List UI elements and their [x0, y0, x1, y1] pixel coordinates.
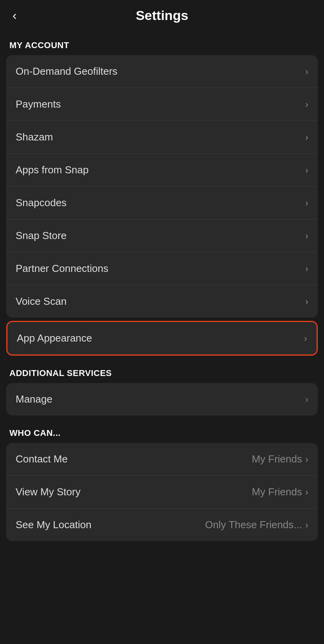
menu-item-right-snap-store: › — [305, 230, 308, 241]
menu-group-my-account: On-Demand Geofilters›Payments›Shazam›App… — [6, 55, 318, 318]
menu-item-right-view-my-story: My Friends› — [252, 486, 308, 498]
menu-item-right-manage: › — [305, 394, 308, 405]
menu-item-label-contact-me: Contact Me — [16, 453, 68, 465]
chevron-right-icon: › — [305, 263, 308, 274]
section-label-my-account: MY ACCOUNT — [0, 31, 324, 55]
menu-item-value-see-my-location: Only These Friends... — [205, 519, 302, 531]
menu-item-partner-connections[interactable]: Partner Connections› — [6, 252, 318, 285]
menu-group-additional-services: Manage› — [6, 383, 318, 416]
menu-item-label-voice-scan: Voice Scan — [16, 295, 67, 308]
menu-item-right-partner-connections: › — [305, 263, 308, 274]
menu-item-shazam[interactable]: Shazam› — [6, 121, 318, 154]
menu-item-payments[interactable]: Payments› — [6, 88, 318, 121]
menu-item-label-snapcodes: Snapcodes — [16, 197, 67, 209]
menu-group-who-can: Contact MeMy Friends›View My StoryMy Fri… — [6, 443, 318, 541]
menu-item-highlighted-app-appearance: App Appearance› — [6, 321, 318, 356]
menu-item-right-voice-scan: › — [305, 296, 308, 307]
menu-item-snap-store[interactable]: Snap Store› — [6, 219, 318, 252]
menu-item-right-apps-from-snap: › — [305, 165, 308, 176]
menu-item-right-snapcodes: › — [305, 198, 308, 209]
chevron-right-icon: › — [305, 132, 308, 143]
section-label-additional-services: ADDITIONAL SERVICES — [0, 359, 324, 383]
menu-item-label-partner-connections: Partner Connections — [16, 263, 108, 275]
menu-item-voice-scan[interactable]: Voice Scan› — [6, 285, 318, 318]
chevron-right-icon: › — [305, 394, 308, 405]
menu-item-value-view-my-story: My Friends — [252, 486, 302, 498]
header: ‹ Settings — [0, 0, 324, 31]
menu-item-label-see-my-location: See My Location — [16, 519, 92, 531]
menu-item-label-snap-store: Snap Store — [16, 230, 67, 242]
menu-item-right-shazam: › — [305, 132, 308, 143]
chevron-right-icon: › — [305, 520, 308, 531]
chevron-right-icon: › — [305, 487, 308, 498]
menu-item-right-see-my-location: Only These Friends...› — [205, 519, 308, 531]
chevron-right-icon: › — [305, 99, 308, 110]
menu-item-contact-me[interactable]: Contact MeMy Friends› — [6, 443, 318, 476]
menu-item-label-on-demand-geofilters: On-Demand Geofilters — [16, 65, 117, 77]
chevron-right-icon: › — [304, 333, 307, 344]
back-icon: ‹ — [13, 8, 17, 23]
section-label-who-can: WHO CAN... — [0, 419, 324, 443]
chevron-right-icon: › — [305, 454, 308, 465]
chevron-right-icon: › — [305, 66, 308, 77]
menu-item-right-contact-me: My Friends› — [252, 453, 308, 465]
sections-container: MY ACCOUNTOn-Demand Geofilters›Payments›… — [0, 31, 324, 541]
back-button[interactable]: ‹ — [9, 7, 20, 24]
menu-item-view-my-story[interactable]: View My StoryMy Friends› — [6, 476, 318, 509]
menu-item-see-my-location[interactable]: See My LocationOnly These Friends...› — [6, 509, 318, 541]
menu-item-value-contact-me: My Friends — [252, 453, 302, 465]
menu-item-app-appearance[interactable]: App Appearance› — [7, 322, 317, 354]
menu-item-on-demand-geofilters[interactable]: On-Demand Geofilters› — [6, 55, 318, 88]
menu-item-label-shazam: Shazam — [16, 131, 53, 143]
menu-item-right-app-appearance: › — [304, 333, 307, 344]
chevron-right-icon: › — [305, 230, 308, 241]
settings-screen: ‹ Settings MY ACCOUNTOn-Demand Geofilter… — [0, 0, 324, 541]
menu-item-label-app-appearance: App Appearance — [17, 332, 92, 344]
chevron-right-icon: › — [305, 296, 308, 307]
chevron-right-icon: › — [305, 165, 308, 176]
menu-item-right-payments: › — [305, 99, 308, 110]
menu-item-label-view-my-story: View My Story — [16, 486, 81, 498]
chevron-right-icon: › — [305, 198, 308, 209]
menu-item-label-payments: Payments — [16, 98, 61, 110]
menu-item-snapcodes[interactable]: Snapcodes› — [6, 187, 318, 219]
page-title: Settings — [136, 8, 188, 23]
menu-item-manage[interactable]: Manage› — [6, 383, 318, 416]
menu-item-apps-from-snap[interactable]: Apps from Snap› — [6, 154, 318, 187]
menu-item-right-on-demand-geofilters: › — [305, 66, 308, 77]
menu-item-label-apps-from-snap: Apps from Snap — [16, 164, 88, 176]
menu-item-label-manage: Manage — [16, 393, 52, 405]
